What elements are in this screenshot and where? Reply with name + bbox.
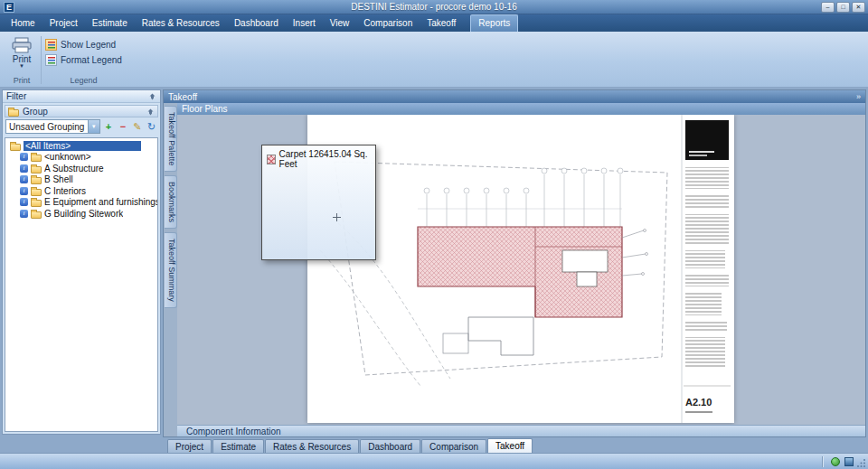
sheet-number: A2.10 — [685, 397, 712, 408]
takeoff-panel-title: Takeoff — [168, 92, 197, 102]
doc-tab-estimate[interactable]: Estimate — [212, 439, 264, 453]
legend-group-label: Legend — [45, 75, 122, 87]
folder-icon — [10, 144, 21, 151]
tab-takeoff[interactable]: Takeoff — [420, 15, 463, 32]
group-section-header[interactable]: Group — [5, 105, 158, 117]
info-icon: i — [20, 153, 28, 161]
folder-icon — [31, 177, 42, 184]
pin-icon[interactable] — [148, 92, 156, 100]
takeoff-tooltip-text: Carpet 126415.04 Sq. Feet — [279, 149, 371, 169]
doc-tab-takeoff[interactable]: Takeoff — [487, 438, 533, 453]
tab-dashboard[interactable]: Dashboard — [227, 15, 286, 32]
status-online-icon[interactable] — [831, 457, 840, 466]
side-tab-strip: Takeoff Palette Bookmarks Takeoff Summar… — [164, 103, 177, 436]
tab-insert[interactable]: Insert — [286, 15, 323, 32]
side-tab-takeoff-summary[interactable]: Takeoff Summary — [165, 232, 177, 308]
ribbon-group-legend: Show Legend Format Legend Legend — [42, 33, 126, 87]
print-dropdown-icon[interactable]: ▼ — [19, 64, 24, 69]
doc-tab-comparison[interactable]: Comparison — [421, 439, 486, 453]
tree-item-g-building-sitework[interactable]: i G Building Sitework — [5, 208, 157, 220]
tree-item-label: C Interiors — [44, 186, 86, 196]
status-app-icon[interactable] — [844, 457, 854, 466]
grouping-toolbar: Unsaved Grouping ▼ + − ✎ ↻ — [3, 117, 160, 136]
tab-project[interactable]: Project — [42, 15, 85, 32]
chevrons-right-icon[interactable]: » — [856, 92, 861, 101]
show-legend-label: Show Legend — [61, 40, 116, 50]
tree-item-all-items[interactable]: <All Items> — [5, 140, 157, 152]
folder-icon — [8, 109, 19, 117]
info-icon: i — [20, 198, 28, 206]
crosshair-cursor-icon — [333, 213, 341, 221]
tree-item-e-equipment[interactable]: i E Equipment and furnishings — [5, 197, 157, 209]
group-section-title: Group — [23, 107, 48, 117]
format-legend-label: Format Legend — [61, 55, 122, 65]
tree-item-b-shell[interactable]: i B Shell — [5, 174, 157, 186]
info-icon: i — [20, 164, 28, 173]
tab-view[interactable]: View — [323, 15, 357, 32]
edit-grouping-button[interactable]: ✎ — [131, 121, 143, 133]
component-information-bar[interactable]: Component Information — [177, 425, 865, 436]
maximize-icon[interactable]: □ — [836, 2, 850, 13]
tree-item-c-interiors[interactable]: i C Interiors — [5, 185, 157, 197]
window-controls: – □ ✕ — [821, 2, 868, 13]
tree-item-unknown[interactable]: i <unknown> — [5, 152, 157, 164]
print-group-label: Print — [6, 75, 37, 87]
format-legend-icon — [45, 54, 57, 66]
floor-plans-header: Floor Plans — [177, 103, 865, 115]
takeoff-panel-header: Takeoff » — [164, 90, 865, 103]
title-bar: E DESTINI Estimator - procore demo 10-16… — [0, 0, 868, 14]
app-logo-icon: E — [4, 2, 14, 13]
drawing-viewport[interactable]: A2.10 Carpet 126415.04 Sq. Feet — [177, 115, 865, 425]
pin-icon[interactable] — [146, 108, 155, 116]
minimize-icon[interactable]: – — [821, 2, 835, 13]
doc-tab-project[interactable]: Project — [167, 439, 212, 453]
takeoff-tooltip: Carpet 126415.04 Sq. Feet — [261, 145, 376, 260]
ribbon-group-print: Print ▼ Print — [3, 33, 41, 87]
folder-icon — [31, 200, 42, 207]
tab-reports[interactable]: Reports — [470, 14, 518, 32]
refresh-grouping-button[interactable]: ↻ — [146, 121, 157, 133]
status-bar — [0, 453, 868, 469]
building-footprint[interactable] — [418, 227, 622, 317]
tree-item-label: E Equipment and furnishings — [44, 197, 157, 207]
tree-item-label: B Shell — [44, 174, 73, 184]
tab-estimate[interactable]: Estimate — [85, 15, 135, 32]
grouping-dropdown-button[interactable]: ▼ — [88, 120, 99, 133]
filter-tree: <All Items> i <unknown> i A Substructure… — [5, 137, 158, 432]
tab-home[interactable]: Home — [4, 15, 42, 32]
filter-panel-header: Filter — [3, 90, 160, 103]
tree-item-label: A Substructure — [44, 164, 104, 174]
tab-rates-resources[interactable]: Rates & Resources — [135, 15, 227, 32]
tree-item-label: <All Items> — [24, 141, 141, 151]
left-column: Filter Group Unsaved Grouping ▼ + — [2, 89, 161, 453]
folder-icon — [31, 189, 42, 196]
format-legend-button[interactable]: Format Legend — [45, 54, 122, 66]
doc-tab-dashboard[interactable]: Dashboard — [360, 439, 420, 453]
folder-icon — [31, 166, 42, 174]
close-icon[interactable]: ✕ — [852, 2, 865, 13]
title-block: A2.10 — [682, 115, 731, 423]
folder-icon — [31, 155, 42, 162]
tree-item-a-substructure[interactable]: i A Substructure — [5, 163, 157, 174]
resize-grip[interactable] — [857, 458, 866, 467]
takeoff-panel: Takeoff » Takeoff Palette Bookmarks Take… — [163, 89, 866, 437]
floor-plans-title: Floor Plans — [182, 104, 228, 114]
filter-panel-title: Filter — [6, 91, 26, 101]
tab-comparison[interactable]: Comparison — [356, 15, 420, 32]
grid-lines — [418, 168, 623, 230]
show-legend-toggle[interactable]: Show Legend — [45, 39, 122, 51]
info-icon: i — [20, 187, 28, 195]
info-icon: i — [20, 210, 28, 218]
chevron-down-icon: ▼ — [91, 124, 97, 129]
takeoff-swatch-icon — [267, 155, 276, 164]
side-tab-bookmarks[interactable]: Bookmarks — [165, 175, 177, 229]
folder-icon — [31, 211, 42, 219]
side-tab-takeoff-palette[interactable]: Takeoff Palette — [165, 106, 177, 172]
remove-grouping-button[interactable]: − — [118, 121, 129, 133]
add-grouping-button[interactable]: + — [103, 121, 115, 133]
site-structures — [443, 317, 533, 355]
print-button[interactable]: Print ▼ — [6, 33, 37, 70]
doc-tab-rates-resources[interactable]: Rates & Resources — [265, 439, 359, 453]
grouping-select[interactable]: Unsaved Grouping ▼ — [5, 119, 100, 134]
document-tab-strip: Project Estimate Rates & Resources Dashb… — [163, 437, 866, 453]
